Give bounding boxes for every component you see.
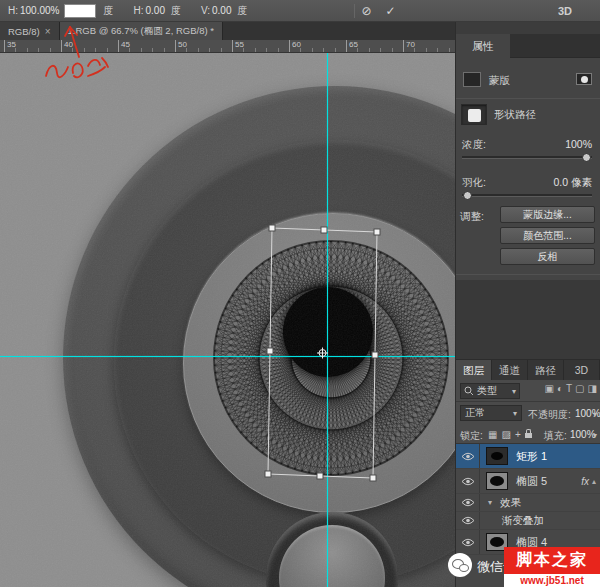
layers-tabstrip: 图层 通道 路径 3D	[456, 360, 600, 380]
lock-transparency-icon[interactable]: ▦	[488, 429, 497, 440]
wechat-icon	[448, 553, 472, 577]
reference-point-icon	[317, 348, 328, 359]
layer-thumbnail[interactable]	[486, 472, 508, 490]
horizontal-ruler[interactable]: 35 40 45 50 55 60 65 70	[0, 40, 455, 53]
eye-icon	[461, 516, 475, 525]
filter-type-layers-icon[interactable]: T	[566, 383, 572, 394]
chevron-down-icon: ▾	[512, 387, 516, 396]
brand-url: www.jb51.net	[504, 574, 600, 587]
scale-value-field[interactable]: 100.00%	[20, 5, 59, 16]
ruler-tick-label: 35	[7, 40, 16, 49]
ruler-tick-label: 60	[292, 40, 301, 49]
ruler-tick-label: 40	[64, 40, 73, 49]
tab-3d[interactable]: 3D	[564, 360, 600, 380]
divider	[456, 98, 600, 99]
ruler-tick-label: 65	[349, 40, 358, 49]
layer-name: 矩形 1	[516, 449, 547, 464]
document-tab-active[interactable]: 1.RGB @ 66.7% (椭圆 2, RGB/8) *	[60, 22, 223, 40]
document-canvas[interactable]	[0, 53, 455, 587]
layer-effects-badge[interactable]: fx	[581, 476, 589, 487]
effect-name: 渐变叠加	[502, 514, 544, 528]
lock-row: 锁定: ▦▨+ 填充: 100% ▾	[456, 424, 600, 444]
feather-slider-knob[interactable]	[463, 191, 472, 200]
filter-adjustment-layers-icon[interactable]: ◐	[557, 383, 563, 394]
chevron-down-icon[interactable]: ▾	[593, 431, 597, 440]
commit-transform-icon[interactable]: ✓	[379, 4, 403, 18]
layer-row-effects[interactable]: ▾ 效果	[456, 494, 600, 512]
properties-panel: 蒙版 形状路径 浓度: 100% 羽化: 0.0 像素 调整: 蒙版边缘... …	[456, 58, 600, 280]
feather-label: 羽化:	[462, 176, 486, 190]
layer-thumbnail[interactable]	[486, 447, 508, 465]
layer-row-ellipse-5[interactable]: 椭圆 5 fx ▴	[456, 469, 600, 494]
workspace-3d-label[interactable]: 3D	[558, 5, 572, 17]
lock-position-icon[interactable]: +	[515, 429, 521, 440]
right-panel: 属性 蒙版 形状路径 浓度: 100% 羽化: 0.0 像素 调整: 蒙版边缘.…	[455, 22, 600, 587]
tab-layers[interactable]: 图层	[456, 360, 492, 380]
rotation-angle-input[interactable]	[64, 4, 96, 18]
scale-label: H:	[8, 5, 18, 16]
document-tab-bar: RGB/8) × 1.RGB @ 66.7% (椭圆 2, RGB/8) *	[0, 22, 455, 40]
photoshop-window: H: 100.00% 度 H: 0.00 度 V: 0.00 度 ⊘ ✓ 3D …	[0, 0, 600, 587]
chevron-down-icon: ▾	[513, 409, 517, 418]
eye-icon	[461, 452, 475, 461]
blend-mode-select[interactable]: 正常 ▾	[460, 405, 522, 421]
visibility-toggle[interactable]	[456, 512, 480, 529]
eye-icon	[461, 477, 475, 486]
layer-row-gradient-overlay[interactable]: 渐变叠加	[456, 512, 600, 530]
tab-label: 1.RGB @ 66.7% (椭圆 2, RGB/8) *	[68, 25, 214, 38]
document-tab-previous[interactable]: RGB/8) ×	[0, 22, 60, 40]
divider	[456, 274, 600, 275]
h-skew-label: H:	[133, 5, 143, 16]
h-skew-value-field[interactable]: 0.00	[145, 5, 164, 16]
density-value[interactable]: 100%	[565, 138, 592, 150]
transform-bounding-box[interactable]	[0, 53, 455, 587]
color-range-button[interactable]: 颜色范围...	[500, 227, 595, 244]
invert-button[interactable]: 反相	[500, 248, 595, 265]
eye-icon	[461, 498, 475, 507]
fill-label: 填充:	[544, 429, 567, 443]
shape-path-label: 形状路径	[494, 108, 536, 122]
mask-edge-button[interactable]: 蒙版边缘...	[500, 206, 595, 223]
density-slider[interactable]	[462, 156, 592, 159]
layer-filter-select[interactable]: 类型 ▾	[460, 383, 520, 399]
degree-unit-label: 度	[238, 4, 248, 18]
chevron-down-icon[interactable]: ▾	[593, 410, 597, 419]
panel-gap	[456, 280, 600, 360]
adjust-label: 调整:	[460, 210, 484, 224]
ruler-tick-label: 45	[121, 40, 130, 49]
mask-thumbnail[interactable]	[463, 72, 481, 87]
tab-channels[interactable]: 通道	[492, 360, 528, 380]
opacity-label: 不透明度:	[528, 408, 571, 422]
chevron-down-icon: ▾	[488, 498, 492, 507]
ruler-tick-label: 55	[235, 40, 244, 49]
density-slider-knob[interactable]	[582, 153, 591, 162]
tab-paths[interactable]: 路径	[528, 360, 564, 380]
cancel-transform-icon[interactable]: ⊘	[355, 4, 379, 18]
filter-shape-layers-icon[interactable]: ▢	[575, 383, 584, 394]
watermark: 微信号 脚本之家 www.jb51.net	[446, 543, 600, 587]
degree-unit-label: 度	[171, 4, 181, 18]
filter-smart-objects-icon[interactable]: ◨	[588, 383, 597, 394]
ruler-tick-label: 50	[178, 40, 187, 49]
feather-slider[interactable]	[462, 194, 592, 197]
properties-tab-label: 属性	[472, 40, 494, 52]
fill-value[interactable]: 100%	[570, 429, 596, 440]
lock-pixels-icon[interactable]: ▨	[501, 429, 510, 440]
lock-all-icon[interactable]	[525, 433, 532, 438]
visibility-toggle[interactable]	[456, 494, 480, 511]
filter-type-label: 类型	[477, 384, 497, 398]
layer-row-rectangle-1[interactable]: 矩形 1	[456, 444, 600, 469]
v-skew-value-field[interactable]: 0.00	[212, 5, 231, 16]
v-skew-label: V:	[201, 5, 210, 16]
visibility-toggle[interactable]	[456, 444, 480, 468]
lock-label: 锁定:	[460, 429, 483, 443]
close-tab-icon[interactable]: ×	[45, 26, 51, 37]
tab-properties[interactable]: 属性	[456, 34, 510, 58]
visibility-toggle[interactable]	[456, 469, 480, 493]
transform-options-bar: H: 100.00% 度 H: 0.00 度 V: 0.00 度 ⊘ ✓ 3D	[0, 0, 600, 22]
layer-filter-row: 类型 ▾ ▣ ◐ T ▢ ◨	[456, 380, 600, 402]
feather-value[interactable]: 0.0 像素	[553, 176, 592, 190]
collapse-effects-icon[interactable]: ▴	[592, 477, 596, 486]
filter-pixel-layers-icon[interactable]: ▣	[544, 383, 553, 394]
blend-mode-row: 正常 ▾ 不透明度: 100% ▾	[456, 402, 600, 424]
